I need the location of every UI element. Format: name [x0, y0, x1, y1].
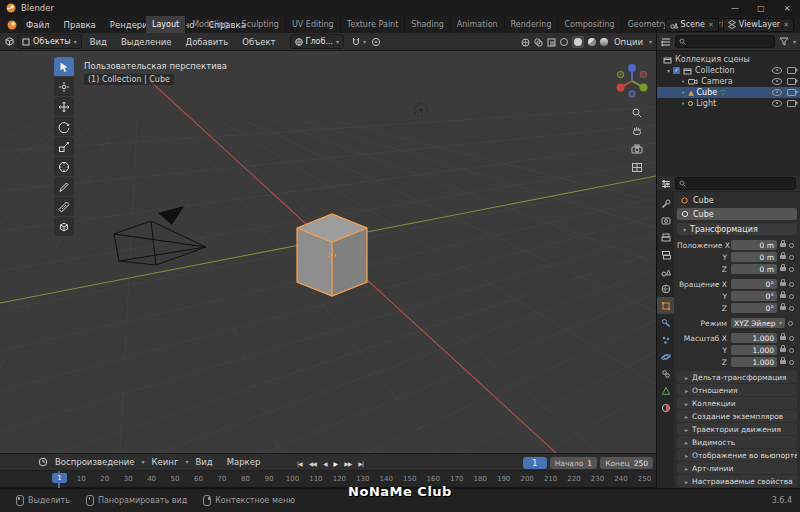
tab-scene[interactable] [657, 263, 674, 280]
tool-transform[interactable] [54, 157, 74, 176]
tab-output[interactable] [657, 229, 674, 246]
tool-add-cube[interactable] [54, 217, 74, 236]
tool-annotate[interactable] [54, 177, 74, 196]
chevron-down-icon[interactable]: ▾ [363, 39, 366, 45]
tool-move[interactable] [54, 97, 74, 116]
tab-shading[interactable]: Shading [405, 16, 451, 33]
tab-render[interactable] [657, 212, 674, 229]
gizmo-y-axis[interactable] [640, 84, 648, 92]
shading-wireframe-button[interactable] [560, 38, 568, 46]
minimize-button[interactable]: — [722, 4, 748, 13]
section-viewport-display[interactable]: ▸Отображение во вьюпорте [677, 449, 797, 461]
tab-particles[interactable] [657, 331, 674, 348]
current-frame-field[interactable]: 1 [523, 457, 547, 469]
tab-rendering[interactable]: Rendering [505, 16, 559, 33]
proportional-editing-icon[interactable] [371, 37, 381, 47]
outliner-row-cube[interactable]: • ▲ Cube ▽ [657, 87, 800, 98]
menu-edit[interactable]: Правка [56, 20, 102, 30]
lock-icon[interactable] [780, 306, 786, 310]
play-reverse-button[interactable]: ◀ [320, 458, 330, 469]
tool-measure[interactable] [54, 197, 74, 216]
maximize-button[interactable]: □ [748, 4, 774, 13]
tab-world[interactable] [657, 280, 674, 297]
jump-to-start-button[interactable]: |◀ [294, 458, 305, 469]
gizmo-x-neg[interactable] [640, 71, 646, 77]
hide-eye-icon[interactable] [772, 67, 782, 74]
frame-end-field[interactable]: Конец250 [600, 457, 653, 469]
disable-render-icon[interactable] [787, 67, 796, 74]
tool-select-box[interactable] [54, 57, 74, 76]
rotation-y-field[interactable]: 0° [731, 291, 777, 301]
tab-object[interactable] [657, 297, 674, 314]
tab-tool[interactable] [657, 195, 674, 212]
section-line-art[interactable]: ▸Арт-линии [677, 462, 797, 474]
tab-uv-editing[interactable]: UV Editing [286, 16, 341, 33]
expand-icon[interactable]: ▾ [667, 68, 670, 74]
location-z-field[interactable]: 0 m [731, 264, 777, 274]
menu-marker[interactable]: Маркер [220, 457, 268, 467]
blender-menu-icon[interactable] [7, 20, 17, 30]
animate-dot-icon[interactable] [789, 255, 794, 260]
section-delta-transform[interactable]: ▸Дельта-трансформация [677, 371, 797, 383]
animate-dot-icon[interactable] [789, 267, 794, 272]
shading-solid-button[interactable] [572, 36, 584, 48]
lock-icon[interactable] [780, 267, 786, 271]
rotation-x-field[interactable]: 0° [731, 279, 777, 289]
menu-select[interactable]: Выделение [115, 37, 178, 47]
lock-icon[interactable] [780, 294, 786, 298]
section-motion-paths[interactable]: ▸Траектории движения [677, 423, 797, 435]
view-layer-selector[interactable]: ViewLayer ✕ [723, 18, 794, 32]
tab-compositing[interactable]: Compositing [558, 16, 621, 33]
options-dropdown[interactable]: Опции [612, 37, 645, 47]
jump-to-end-button[interactable]: ▶| [355, 458, 366, 469]
tab-modifiers[interactable] [657, 314, 674, 331]
tool-scale[interactable] [54, 137, 74, 156]
viewport-canvas[interactable] [0, 51, 656, 453]
tool-rotate[interactable] [54, 117, 74, 136]
animate-dot-icon[interactable] [789, 360, 794, 365]
outliner-search-input[interactable] [675, 35, 775, 48]
zoom-icon[interactable] [631, 107, 643, 119]
lock-icon[interactable] [780, 243, 786, 247]
properties-search-input[interactable] [675, 177, 796, 190]
xray-toggle-icon[interactable] [547, 38, 556, 47]
show-gizmo-icon[interactable] [521, 38, 530, 47]
pan-hand-icon[interactable] [631, 125, 643, 137]
playhead-frame-badge[interactable]: 1 [52, 473, 67, 483]
location-x-field[interactable]: 0 m [731, 240, 777, 250]
unlink-scene-icon[interactable]: ✕ [708, 21, 714, 29]
show-overlays-icon[interactable] [534, 38, 543, 47]
menu-object[interactable]: Объект [236, 37, 281, 47]
outliner-row-light[interactable]: • Light [657, 98, 800, 109]
animate-dot-icon[interactable] [788, 321, 793, 326]
breadcrumb-object-name[interactable]: Cube [693, 196, 714, 205]
hide-eye-icon[interactable] [772, 78, 782, 85]
snap-magnet-icon[interactable] [351, 37, 361, 47]
outliner-row-scene-collection[interactable]: Коллекция сцены [657, 54, 800, 65]
gizmo-x-axis[interactable] [617, 84, 625, 92]
tab-constraints[interactable] [657, 365, 674, 382]
animate-dot-icon[interactable] [789, 306, 794, 311]
filter-funnel-icon[interactable] [779, 37, 789, 46]
lock-icon[interactable] [780, 336, 786, 340]
outliner-row-camera[interactable]: • Camera [657, 76, 800, 87]
collection-checkbox[interactable]: ✓ [673, 67, 680, 74]
scale-y-field[interactable]: 1.000 [731, 345, 777, 355]
tool-cursor[interactable] [54, 77, 74, 96]
section-visibility[interactable]: ▸Видимость [677, 436, 797, 448]
tab-layout[interactable]: Layout [146, 16, 186, 33]
lock-icon[interactable] [780, 360, 786, 364]
unlink-view-layer-icon[interactable]: ✕ [783, 21, 789, 29]
menu-playback[interactable]: Воспроизведение [48, 457, 142, 467]
disable-render-icon[interactable] [787, 100, 796, 107]
disable-render-icon[interactable] [787, 78, 796, 85]
animate-dot-icon[interactable] [789, 282, 794, 287]
rotation-mode-dropdown[interactable]: XYZ Эйлер▾ [731, 318, 785, 328]
scale-x-field[interactable]: 1.000 [731, 333, 777, 343]
tab-sculpting[interactable]: Sculpting [236, 16, 286, 33]
menu-file[interactable]: Файл [19, 20, 56, 30]
viewport-3d[interactable]: Пользовательская перспектива (1) Collect… [0, 51, 656, 453]
rotation-z-field[interactable]: 0° [731, 303, 777, 313]
tab-view-layer[interactable] [657, 246, 674, 263]
section-collections[interactable]: ▸Коллекции [677, 397, 797, 409]
